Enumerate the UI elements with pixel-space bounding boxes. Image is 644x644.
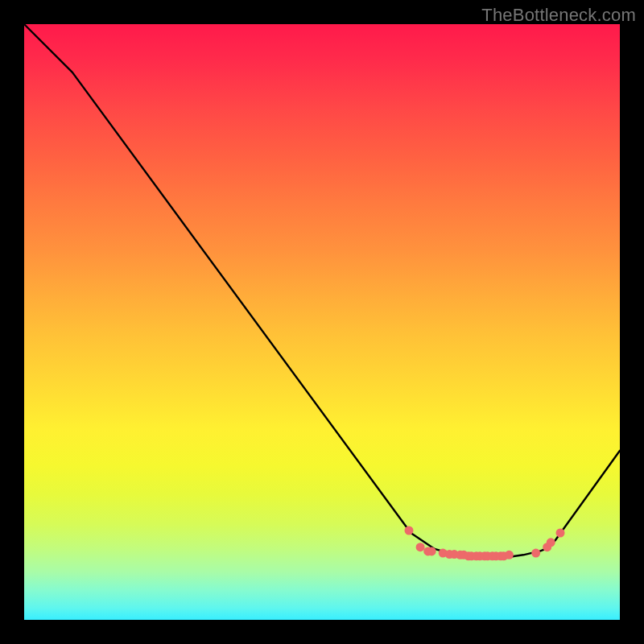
highlight-dot xyxy=(405,526,414,535)
highlight-dot xyxy=(556,529,565,538)
plot-area xyxy=(24,24,620,620)
bottleneck-curve xyxy=(24,24,620,558)
chart-svg xyxy=(24,24,620,620)
watermark-text: TheBottleneck.com xyxy=(481,5,636,26)
highlight-dot xyxy=(505,551,514,559)
highlight-dots-group xyxy=(405,526,565,561)
chart-frame: TheBottleneck.com xyxy=(0,0,644,644)
highlight-dot xyxy=(547,538,555,547)
highlight-dot xyxy=(416,543,425,551)
highlight-dot xyxy=(531,549,540,558)
highlight-dot xyxy=(427,547,436,555)
